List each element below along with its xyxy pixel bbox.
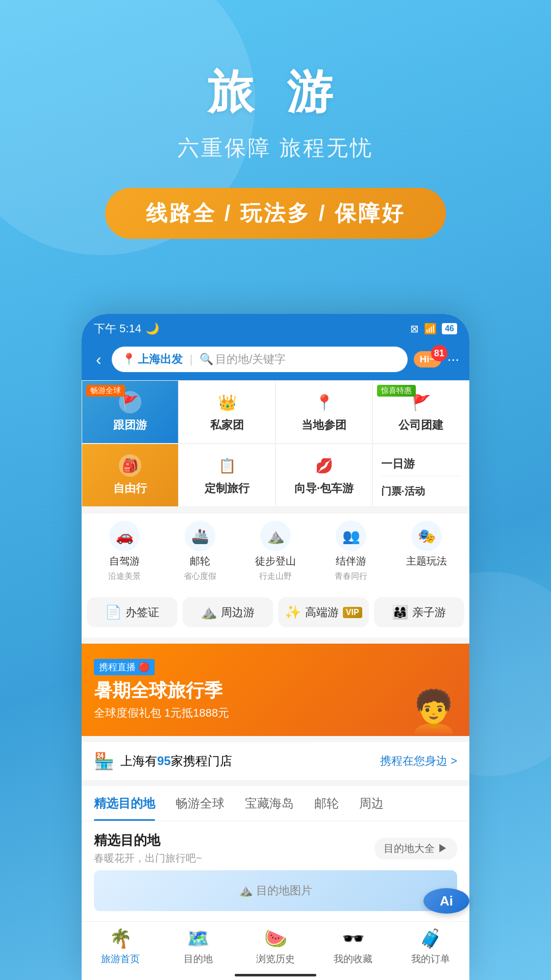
dest-all-button[interactable]: 目的地大全 ▶ — [374, 838, 457, 860]
cat-label-guide-tour: 向导·包车游 — [294, 481, 354, 496]
惊喜特惠-tag: 惊喜特惠 — [377, 385, 416, 397]
family-label: 亲子游 — [412, 605, 446, 620]
custom-icon: 📋 — [216, 454, 238, 477]
hero-section: 旅 游 六重保障 旅程无忧 线路全 / 玩法多 / 保障好 — [0, 0, 551, 270]
dest-header-left: 精选目的地 春暖花开，出门旅行吧~ — [94, 831, 202, 865]
fav-nav-label: 我的收藏 — [334, 952, 372, 966]
cat-custom-tour[interactable]: 📋 定制旅行 — [179, 444, 276, 507]
hiking-icon: ⛰️ — [260, 521, 291, 551]
cat-private-tour[interactable]: 👑 私家团 — [179, 380, 276, 444]
fav-nav-icon: 🕶️ — [342, 928, 365, 949]
store-icon: 🏪 — [94, 751, 114, 771]
back-button[interactable]: ‹ — [92, 348, 106, 371]
banner-tag: 携程直播 🔴 — [94, 659, 155, 675]
ai-button[interactable]: Ai — [423, 888, 469, 914]
cat-label-local-tour: 当地参团 — [302, 418, 346, 433]
cat-group-tour[interactable]: 畅游全球 🚩 跟团游 — [82, 380, 179, 444]
store-link[interactable]: 携程在您身边 > — [380, 753, 457, 769]
nav-orders[interactable]: 🧳 我的订单 — [392, 928, 469, 966]
dest-header: 精选目的地 春暖花开，出门旅行吧~ 目的地大全 ▶ — [94, 831, 457, 865]
cat-label-private-tour: 私家团 — [210, 418, 244, 433]
cat-self-drive[interactable]: 🚗 自驾游 沿途美景 — [87, 521, 162, 582]
nav-favorites[interactable]: 🕶️ 我的收藏 — [314, 928, 392, 966]
hero-subtitle: 六重保障 旅程无忧 — [0, 134, 551, 162]
status-left: 下午 5:14 🌙 — [94, 321, 159, 336]
search-actions: Hi~ 81 ··· — [414, 351, 459, 368]
cat-label-company-tour: 公司团建 — [398, 418, 443, 433]
cat-label-day-tour: 一日游 — [381, 456, 415, 472]
cat-companion[interactable]: 👥 结伴游 青春同行 — [313, 521, 389, 582]
promo-row: 📄 办签证 ⛰️ 周边游 ✨ 高端游 VIP 👨‍👩‍👧 亲子游 — [82, 589, 469, 638]
category-grid: 畅游全球 🚩 跟团游 👑 私家团 📍 当地参团 惊喜特惠 🚩 — [82, 380, 469, 507]
cat-guide-tour[interactable]: 💋 向导·包车游 — [276, 444, 372, 507]
history-nav-icon: 🍉 — [264, 928, 287, 949]
hero-title: 旅 游 — [0, 61, 551, 124]
tab-selected-dest[interactable]: 精选目的地 — [94, 786, 155, 821]
history-nav-label: 浏览历史 — [256, 952, 295, 966]
banner-text: 携程直播 🔴 暑期全球旅行季 全球度假礼包 1元抵1888元 — [94, 659, 229, 721]
nearby-label: 周边游 — [221, 605, 255, 620]
visa-icon: 📄 — [105, 604, 121, 620]
companion-sub: 青春同行 — [335, 571, 367, 582]
store-info: 🏪 上海有95家携程门店 携程在您身边 > — [82, 742, 469, 780]
dest-title: 精选目的地 — [94, 831, 202, 849]
nav-home[interactable]: 🌴 旅游首页 — [82, 928, 159, 966]
family-icon: 👨‍👩‍👧 — [392, 604, 408, 620]
screen-record-icon: ⊠ — [410, 323, 419, 335]
promo-banner[interactable]: 携程直播 🔴 暑期全球旅行季 全球度假礼包 1元抵1888元 🧑‍🦱 — [82, 644, 469, 736]
self-drive-icon: 🚗 — [109, 521, 140, 551]
home-nav-icon: 🌴 — [109, 928, 132, 949]
畅游全球-tag: 畅游全球 — [86, 385, 125, 397]
orders-nav-icon: 🧳 — [419, 928, 442, 949]
cat-cruise[interactable]: 🚢 邮轮 省心度假 — [162, 521, 238, 582]
dest-nav-label: 目的地 — [184, 952, 213, 966]
search-bar: ‹ 📍 上海出发 | 🔍 目的地/关键字 Hi~ 81 ··· — [82, 341, 469, 380]
tab-nearby[interactable]: 周边 — [359, 786, 384, 821]
guide-icon: 💋 — [313, 454, 335, 477]
message-button[interactable]: Hi~ 81 — [414, 351, 441, 368]
status-bar: 下午 5:14 🌙 ⊠ 📶 46 — [82, 314, 469, 341]
orders-nav-label: 我的订单 — [411, 952, 450, 966]
wifi-icon: 📶 — [424, 323, 437, 335]
cruise-label: 邮轮 — [190, 554, 210, 568]
companion-label: 结伴游 — [336, 554, 366, 568]
nav-destination[interactable]: 🗺️ 目的地 — [159, 928, 237, 966]
cat-label-group-tour: 跟团游 — [113, 418, 147, 433]
visa-label: 办签证 — [126, 605, 159, 620]
promo-family[interactable]: 👨‍👩‍👧 亲子游 — [374, 597, 465, 627]
cruise-sub: 省心度假 — [184, 571, 216, 582]
promo-visa[interactable]: 📄 办签证 — [87, 597, 178, 627]
tab-world-tour[interactable]: 畅游全球 — [176, 786, 224, 821]
self-drive-sub: 沿途美景 — [108, 571, 141, 582]
cat-company-tour[interactable]: 惊喜特惠 🚩 公司团建 — [372, 380, 469, 444]
bag-icon: 🎒 — [119, 454, 141, 477]
theme-label: 主题玩法 — [406, 554, 447, 568]
cat-day-tour[interactable]: 一日游 门票·活动 — [372, 444, 469, 507]
banner-subtitle: 全球度假礼包 1元抵1888元 — [94, 705, 229, 721]
cat-theme[interactable]: 🎭 主题玩法 — [389, 521, 464, 582]
more-options-button[interactable]: ··· — [447, 351, 459, 368]
category-tabs: 精选目的地 畅游全球 宝藏海岛 邮轮 周边 — [82, 786, 469, 821]
cat-hiking[interactable]: ⛰️ 徒步登山 行走山野 — [238, 521, 313, 582]
main-content: 畅游全球 🚩 跟团游 👑 私家团 📍 当地参团 惊喜特惠 🚩 — [82, 380, 469, 980]
hiking-label: 徒步登山 — [255, 554, 296, 568]
cat-label-custom-tour: 定制旅行 — [205, 481, 249, 496]
theme-icon: 🎭 — [411, 521, 442, 551]
cat-label-ticket: 门票·活动 — [381, 484, 425, 498]
tab-island[interactable]: 宝藏海岛 — [245, 786, 294, 821]
promo-luxury[interactable]: ✨ 高端游 VIP — [278, 597, 369, 627]
cruise-icon: 🚢 — [185, 521, 215, 551]
nav-history[interactable]: 🍉 浏览历史 — [237, 928, 314, 966]
hiking-sub: 行走山野 — [259, 571, 292, 582]
tab-cruise[interactable]: 邮轮 — [314, 786, 339, 821]
promo-nearby[interactable]: ⛰️ 周边游 — [183, 597, 273, 627]
hero-badge: 线路全 / 玩法多 / 保障好 — [105, 188, 446, 239]
cat-free-travel[interactable]: 🎒 自由行 — [82, 444, 179, 507]
search-input-box[interactable]: 📍 上海出发 | 🔍 目的地/关键字 — [112, 347, 408, 372]
bottom-nav: 🌴 旅游首页 🗺️ 目的地 🍉 浏览历史 🕶️ 我的收藏 🧳 我的 — [82, 921, 469, 970]
cat-local-tour[interactable]: 📍 当地参团 — [276, 380, 372, 444]
location-icon: 📍 — [122, 353, 136, 366]
phone-container: 下午 5:14 🌙 ⊠ 📶 46 ‹ 📍 上海出发 | 🔍 目的地/关键字 — [82, 314, 469, 980]
companion-icon: 👥 — [336, 521, 366, 551]
ai-label: Ai — [440, 893, 453, 909]
